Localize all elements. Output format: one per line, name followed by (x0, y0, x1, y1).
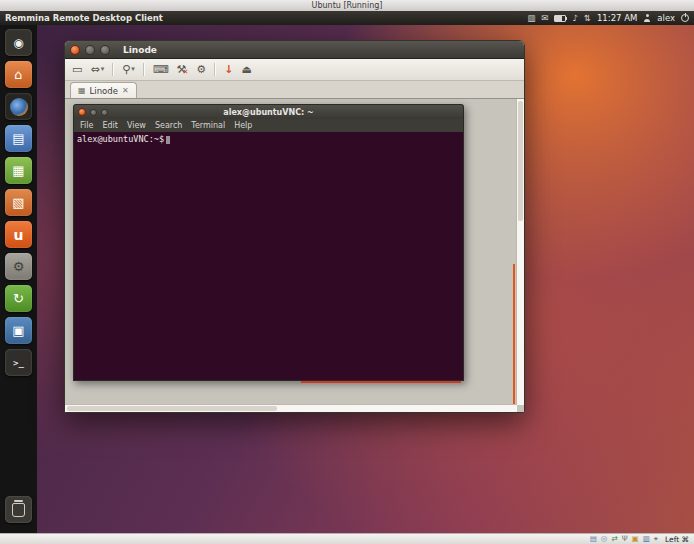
terminal-prompt: alex@ubuntuVNC:~$ (77, 134, 164, 144)
usb-icon[interactable]: Ψ (622, 535, 628, 543)
user-menu[interactable]: alex (657, 13, 675, 23)
trash-icon (12, 503, 25, 517)
vertical-scrollbar-thumb[interactable] (518, 101, 523, 221)
toolbar-separator (143, 63, 145, 76)
scale-icon: ⚲ (122, 64, 130, 75)
impress-icon: ▧ (12, 195, 24, 210)
launcher-item-terminal[interactable]: >_ (5, 349, 32, 376)
launcher-item-system-settings[interactable]: ⚙ (5, 253, 32, 280)
tab-label: Linode (90, 86, 118, 96)
launcher-item-backup-utility[interactable]: ↻ (5, 285, 32, 312)
launcher-item-software-center[interactable]: u (5, 221, 32, 248)
remmina-toolbar: ▭ ⇔ ▾ ⚲ ▾ ⌨ ⚒ ✕ ⚙ ↓ ⏏ (65, 59, 524, 81)
menu-help[interactable]: Help (234, 121, 252, 130)
display-icon[interactable]: ▥ (643, 535, 650, 543)
horizontal-scrollbar[interactable] (65, 404, 517, 412)
tab-close-icon[interactable]: ✕ (122, 86, 129, 95)
launcher-item-firefox[interactable] (5, 93, 32, 120)
calc-icon: ▦ (12, 163, 24, 178)
terminal-minimize-button[interactable] (90, 109, 97, 116)
user-icon (643, 14, 651, 22)
maximize-button[interactable] (100, 45, 110, 55)
menu-view[interactable]: View (127, 121, 146, 130)
hard-disk-icon[interactable]: ▤ (590, 535, 597, 543)
chevron-down-icon: ▾ (101, 66, 105, 73)
preferences-button[interactable]: ⚙ (196, 64, 206, 75)
remote-wallpaper-strip-vertical (513, 264, 515, 404)
software-center-icon: u (14, 227, 24, 243)
minimize-button[interactable] (85, 45, 95, 55)
tab-linode[interactable]: ▦ Linode ✕ (70, 82, 137, 98)
minimize-to-tray-button[interactable]: ↓ (224, 64, 233, 75)
menu-file[interactable]: File (80, 121, 93, 130)
host-key-indicator: Left ⌘ (665, 535, 689, 544)
vbox-statusbar: ▤ ◎ ⇄ Ψ ▣ ▥ ⌖ Left ⌘ (0, 533, 694, 544)
tools-button[interactable]: ⚒ ✕ (177, 64, 189, 76)
grab-keyboard-button[interactable]: ⌨ (153, 64, 169, 75)
window-title: Linode (123, 45, 157, 55)
fullscreen-icon: ⇔ (90, 64, 99, 75)
menu-edit[interactable]: Edit (102, 121, 118, 130)
launcher-item-trash[interactable] (5, 496, 32, 523)
remmina-titlebar[interactable]: Linode (65, 41, 524, 59)
menu-terminal[interactable]: Terminal (191, 121, 225, 130)
ubuntu-logo-icon: ◉ (13, 36, 23, 50)
tab-bar: ▦ Linode ✕ (65, 81, 524, 98)
vertical-scrollbar[interactable] (516, 99, 524, 405)
terminal-body[interactable]: alex@ubuntuVNC:~$ (73, 132, 464, 381)
launcher-item-libreoffice-calc[interactable]: ▦ (5, 157, 32, 184)
terminal-close-button[interactable] (78, 108, 86, 116)
horizontal-scrollbar-thumb[interactable] (67, 406, 277, 411)
home-icon: ⌂ (14, 67, 22, 82)
sync-indicator-icon[interactable]: ⇅ (584, 14, 591, 23)
launcher-item-home-folder[interactable]: ⌂ (5, 61, 32, 88)
remote-wallpaper-strip-horizontal (301, 381, 461, 383)
terminal-title: alex@ubuntuVNC: ~ (74, 108, 463, 117)
scale-button[interactable]: ⚲ ▾ (122, 64, 135, 75)
remmina-icon: ▣ (12, 323, 24, 338)
remote-desktop-indicator-icon[interactable]: ▥ (527, 14, 535, 23)
close-button[interactable] (70, 45, 80, 55)
power-icon[interactable] (681, 14, 689, 22)
optical-disk-icon[interactable]: ◎ (601, 535, 608, 543)
network-icon[interactable]: ⇄ (611, 535, 617, 543)
terminal-titlebar[interactable]: alex@ubuntuVNC: ~ (73, 104, 464, 119)
fullscreen-button[interactable]: ⇔ ▾ (90, 64, 104, 75)
mail-indicator-icon[interactable]: ✉ (541, 14, 548, 23)
disconnect-button[interactable]: ⏏ (241, 64, 251, 75)
terminal-cursor (166, 136, 170, 144)
gear-icon: ⚙ (13, 259, 25, 274)
virtualbox-window: Ubuntu [Running] Remmina Remote Desktop … (0, 0, 694, 544)
remote-terminal-window[interactable]: alex@ubuntuVNC: ~ File Edit View Search … (73, 104, 464, 381)
unity-launcher: ◉ ⌂ ▤ ▦ ▧ u ⚙ ↻ ▣ >_ (0, 25, 37, 534)
mouse-integration-icon[interactable]: ⌖ (654, 535, 658, 543)
remmina-window: Linode ▭ ⇔ ▾ ⚲ ▾ ⌨ ⚒ ✕ ⚙ ↓ ⏏ (64, 40, 525, 413)
menu-search[interactable]: Search (155, 121, 182, 130)
backup-icon: ↻ (13, 291, 24, 306)
terminal-menubar: File Edit View Search Terminal Help (73, 119, 464, 132)
firefox-icon (10, 98, 28, 116)
terminal-icon: >_ (13, 358, 24, 368)
battery-indicator-icon[interactable] (554, 15, 566, 22)
toolbar-separator (112, 63, 114, 76)
writer-icon: ▤ (12, 131, 24, 146)
launcher-item-libreoffice-impress[interactable]: ▧ (5, 189, 32, 216)
terminal-maximize-button[interactable] (101, 109, 108, 116)
launcher-item-dash-home[interactable]: ◉ (5, 29, 32, 56)
indicator-area: ▥ ✉ ♪ ⇅ 11:27 AM alex (527, 13, 689, 23)
active-app-title: Remmina Remote Desktop Client (5, 13, 163, 23)
shared-folders-icon[interactable]: ▣ (632, 535, 639, 543)
launcher-item-remmina[interactable]: ▣ (5, 317, 32, 344)
red-x-icon: ✕ (182, 69, 188, 76)
vm-window-title: Ubuntu [Running] (312, 1, 383, 10)
monitor-icon: ▦ (78, 86, 86, 95)
toolbar-separator (214, 63, 216, 76)
remote-desktop-view[interactable]: alex@ubuntuVNC: ~ File Edit View Search … (65, 98, 524, 412)
fit-window-button[interactable]: ▭ (72, 64, 82, 75)
volume-indicator-icon[interactable]: ♪ (572, 14, 577, 23)
chevron-down-icon: ▾ (131, 66, 135, 73)
top-panel: Remmina Remote Desktop Client ▥ ✉ ♪ ⇅ 11… (0, 11, 694, 25)
launcher-item-libreoffice-writer[interactable]: ▤ (5, 125, 32, 152)
clock[interactable]: 11:27 AM (597, 13, 637, 23)
